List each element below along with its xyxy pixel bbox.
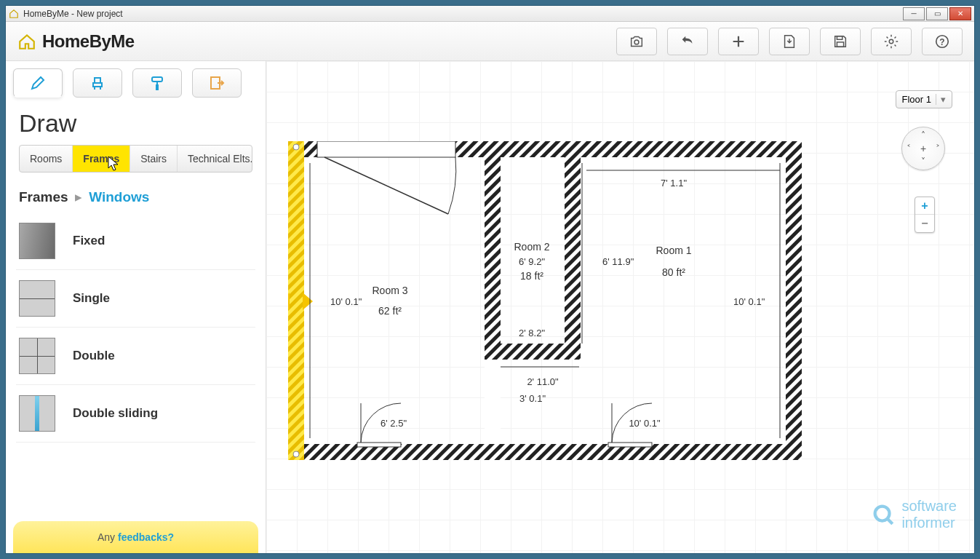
dim-room2-bottom: 2' 8.2" [519,328,545,338]
fixed-window-icon [19,223,55,259]
import-icon [781,33,797,49]
category-tab-rooms[interactable]: Rooms [20,146,73,172]
svg-marker-24 [303,293,313,310]
settings-button[interactable] [871,28,912,55]
minimize-button[interactable]: ─ [903,7,925,20]
item-label: Double [73,349,115,363]
zoom-in-button[interactable]: + [915,197,934,215]
export-icon [208,74,226,92]
sidebar: ◂◂ Draw Rooms Frames Stairs Technical El… [6,61,266,553]
room1-name: Room 1 [656,245,691,256]
room2-width: 6' 9.2" [519,256,545,267]
canvas[interactable]: Floor 1 ▾ ˄ ˅ ˂ ˃ + + − [266,61,974,553]
category-tab-technical[interactable]: Technical Elts. [178,146,252,172]
undo-button[interactable] [667,28,708,55]
breadcrumb-leaf[interactable]: Windows [89,189,149,205]
item-list: Fixed Single Double Double sliding [6,213,266,443]
plus-icon [730,33,746,49]
window-title: HomeByMe - New project [23,9,123,19]
floor-label: Floor 1 [902,94,931,105]
room2-area: 18 ft² [520,270,543,282]
mode-tabs [6,61,266,98]
undo-icon [680,33,696,49]
category-tabs: Rooms Frames Stairs Technical Elts. [19,145,252,173]
category-tab-frames[interactable]: Frames [73,146,130,172]
room1-area: 80 ft² [662,266,685,278]
mode-tab-export[interactable] [192,68,242,98]
add-button[interactable] [718,28,759,55]
dim-room1-top: 7' 1.1" [661,178,687,189]
screenshot-button[interactable] [616,28,657,55]
feedback-bar[interactable]: Any feedbacks? [13,521,258,553]
roller-icon [148,74,166,92]
svg-line-33 [888,519,893,524]
sliding-window-icon [19,395,55,432]
pan-right-button[interactable]: ˃ [936,143,940,154]
svg-line-18 [324,157,448,214]
item-double-sliding-window[interactable]: Double sliding [16,385,255,443]
watermark-icon [871,502,896,527]
import-button[interactable] [769,28,810,55]
feedback-prefix: Any [97,531,115,543]
item-label: Fixed [73,234,105,248]
camera-icon [629,33,645,49]
floorplan[interactable]: Room 3 62 ft² Room 2 6' 9.2" 18 ft² Room… [288,141,812,476]
svg-point-32 [875,507,890,521]
room3-area: 62 ft² [378,305,402,317]
breadcrumb: Frames ▸ Windows [6,173,266,213]
svg-rect-6 [152,77,162,82]
watermark-line1: software [901,498,957,515]
maximize-button[interactable]: ▭ [926,7,948,20]
pan-down-button[interactable]: ˅ [921,156,925,167]
dim-door-right: 10' 0.1" [629,418,661,429]
dim-corridor-h: 3' 0.1" [519,393,546,404]
svg-rect-13 [317,141,455,157]
dim-room1-right: 10' 0.1" [733,296,765,307]
help-icon: ? [934,33,950,49]
app-icon [9,9,19,19]
dim-door-left: 6' 2.5" [381,418,407,429]
watermark: software informer [871,498,957,531]
feedback-link[interactable]: feedbacks? [118,531,174,543]
pan-center-button[interactable]: + [920,143,926,154]
pan-control: ˄ ˅ ˂ ˃ + [901,127,945,170]
mode-tab-furnish[interactable] [73,68,122,98]
room2-name: Room 2 [514,241,549,253]
chair-icon [89,74,106,92]
help-button[interactable]: ? [922,28,963,55]
close-button[interactable]: ✕ [949,7,971,20]
item-single-window[interactable]: Single [16,270,255,328]
gear-icon [883,33,899,49]
item-fixed-window[interactable]: Fixed [16,213,255,270]
brand-logo-icon [17,32,36,51]
breadcrumb-root[interactable]: Frames [19,189,68,205]
item-label: Single [73,291,110,306]
svg-point-25 [293,144,299,150]
chevron-right-icon: ▸ [75,189,82,205]
svg-rect-21 [608,443,652,447]
svg-point-26 [293,451,299,457]
pan-up-button[interactable]: ˄ [921,130,925,140]
svg-rect-19 [357,443,401,447]
svg-rect-15 [485,354,501,444]
floor-selector[interactable]: Floor 1 ▾ [896,90,952,108]
brand: HomeByMe [17,31,135,52]
item-double-window[interactable]: Double [16,328,255,385]
mode-tab-draw[interactable] [13,68,63,98]
svg-rect-17 [485,344,581,360]
top-toolbar: HomeByMe ? [6,22,974,61]
title-bar: HomeByMe - New project ─ ▭ ✕ [6,6,974,22]
chevron-down-icon: ▾ [936,94,946,105]
single-window-icon [19,280,55,317]
double-window-icon [19,338,55,374]
svg-point-0 [634,39,639,44]
category-tab-stairs[interactable]: Stairs [130,146,178,172]
pan-left-button[interactable]: ˂ [907,143,911,154]
zoom-out-button[interactable]: − [915,215,934,232]
app-window: HomeByMe - New project ─ ▭ ✕ HomeByMe ? … [5,5,975,554]
svg-rect-1 [837,36,842,39]
room3-name: Room 3 [372,285,407,296]
mode-tab-paint[interactable] [132,68,182,98]
svg-rect-2 [837,41,843,46]
save-button[interactable] [820,28,861,55]
